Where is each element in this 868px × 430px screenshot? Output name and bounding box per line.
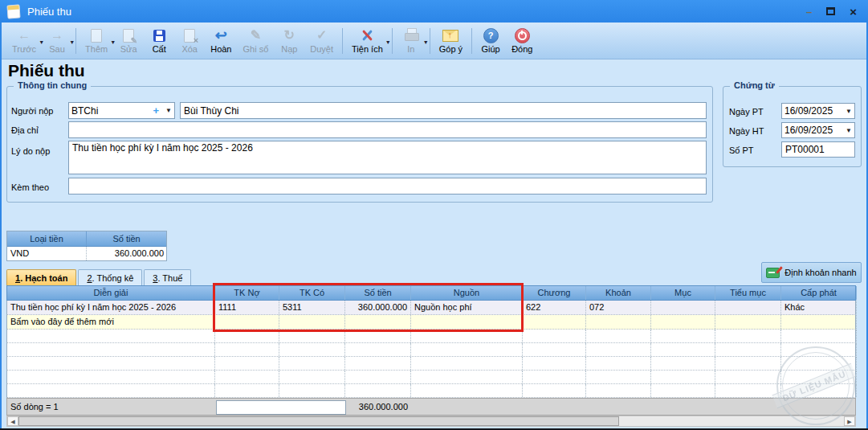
dropdown-caret-icon[interactable]: ▼ bbox=[69, 39, 75, 45]
reason-field[interactable]: Thu tiền học phí kỳ I năm học 2025 - 202… bbox=[68, 141, 707, 174]
reload-button[interactable]: ↻Nạp bbox=[274, 24, 304, 58]
titlebar: Phiếu thu – × bbox=[0, 0, 868, 23]
grid-cell bbox=[411, 357, 523, 370]
grid-column-header[interactable]: Mục bbox=[651, 286, 715, 300]
grid-column-header[interactable]: Chương bbox=[523, 286, 586, 300]
grid-column-header[interactable]: Tiểu mục bbox=[715, 286, 781, 300]
scroll-left-icon[interactable]: ◀ bbox=[7, 416, 18, 426]
footer-total-amount: 360.000.000 bbox=[345, 399, 411, 415]
grid-cell bbox=[715, 330, 781, 342]
undo-button[interactable]: ↩Hoàn bbox=[205, 24, 237, 58]
add-payer-icon[interactable]: + bbox=[153, 104, 159, 117]
print-button[interactable]: In▼ bbox=[396, 24, 426, 58]
grid-cell bbox=[345, 315, 411, 329]
payer-name-field[interactable] bbox=[180, 102, 707, 119]
delete-button[interactable]: ×Xóa bbox=[174, 24, 205, 58]
grid-cell: 1111 bbox=[215, 301, 279, 314]
currency-amount-value: 360.000.000 bbox=[87, 247, 166, 260]
doc-number-field[interactable] bbox=[781, 141, 855, 158]
date-ht-picker[interactable]: 16/09/2025 ▼ bbox=[781, 122, 855, 138]
grid-empty-row[interactable] bbox=[6, 357, 856, 371]
grid-cell bbox=[781, 315, 857, 329]
grid-row-entry[interactable]: Thu tiền học phí kỳ I năm học 2025 - 202… bbox=[6, 301, 856, 315]
scrollbar-thumb[interactable] bbox=[18, 416, 619, 426]
date-pt-picker[interactable]: 16/09/2025 ▼ bbox=[781, 103, 855, 119]
grid-column-header[interactable]: TK Có bbox=[279, 286, 345, 300]
grid-column-header[interactable]: Số tiền bbox=[345, 286, 411, 300]
save-button[interactable]: Cất bbox=[144, 24, 174, 58]
scroll-right-icon[interactable]: ▶ bbox=[844, 416, 855, 426]
tab-thong-ke[interactable]: 2. Thống kê bbox=[78, 269, 142, 285]
grid-cell: 360.000.000 bbox=[345, 301, 411, 314]
add-button[interactable]: Thêm▼ bbox=[79, 24, 113, 58]
forward-button[interactable]: →Sau▼ bbox=[42, 24, 72, 58]
grid-cell bbox=[345, 343, 411, 356]
tab-thue[interactable]: 3. Thuế bbox=[144, 269, 191, 285]
footer-blank-cell bbox=[216, 400, 346, 415]
chevron-down-icon[interactable]: ▼ bbox=[165, 107, 172, 114]
grid-cell bbox=[411, 315, 523, 329]
help-icon: ? bbox=[481, 27, 500, 43]
grid-cell bbox=[279, 330, 345, 342]
feedback-button[interactable]: ↑Góp ý bbox=[434, 24, 468, 58]
grid-row-add-new[interactable]: Bấm vào đây để thêm mới bbox=[6, 315, 856, 330]
grid-header-row: Diễn giảiTK NợTK CóSố tiềnNguồnChươngKho… bbox=[6, 285, 856, 301]
grid-cell bbox=[523, 343, 586, 356]
grid-cell bbox=[586, 343, 651, 356]
edit-button[interactable]: ✎Sửa bbox=[113, 24, 144, 58]
grid-column-header[interactable]: Nguồn bbox=[411, 286, 523, 300]
payer-code-combobox[interactable]: BTChi + ▼ bbox=[68, 102, 175, 119]
grid-cell bbox=[279, 384, 345, 397]
doc-number-label: Số PT bbox=[729, 145, 754, 155]
window-controls: – × bbox=[806, 6, 857, 17]
grid: Diễn giảiTK NợTK CóSố tiềnNguồnChươngKho… bbox=[6, 285, 856, 398]
grid-column-header[interactable]: TK Nợ bbox=[215, 286, 279, 300]
payer-code-value: BTChi bbox=[71, 105, 153, 117]
grid-cell bbox=[523, 315, 586, 329]
grid-cell bbox=[215, 357, 279, 370]
date-ht-value: 16/09/2025 bbox=[784, 125, 846, 136]
currency-type-value: VND bbox=[7, 247, 87, 260]
dropdown-caret-icon[interactable]: ▼ bbox=[385, 39, 391, 45]
address-field[interactable] bbox=[68, 121, 707, 138]
dropdown-caret-icon[interactable]: ▼ bbox=[423, 39, 429, 45]
close-window-button[interactable]: × bbox=[850, 6, 857, 17]
grid-cell bbox=[586, 315, 651, 329]
grid-column-header[interactable]: Cấp phát bbox=[781, 286, 857, 300]
grid-cell bbox=[651, 343, 715, 356]
pencil-icon: ✎ bbox=[246, 27, 265, 43]
window-border-left bbox=[0, 23, 2, 428]
back-button[interactable]: ←Trước▼ bbox=[6, 24, 42, 58]
floppy-icon bbox=[149, 27, 169, 43]
currency-table-header: Loại tiền Số tiền bbox=[7, 231, 166, 247]
chevron-down-icon[interactable]: ▼ bbox=[846, 108, 852, 115]
close-button[interactable]: Đóng bbox=[506, 24, 538, 58]
post-button[interactable]: ✎Ghi sổ bbox=[237, 24, 274, 58]
grid-cell bbox=[523, 371, 586, 383]
grid-cell bbox=[781, 384, 857, 397]
grid-column-header[interactable]: Khoản bbox=[586, 286, 651, 300]
arrow-left-icon: ← bbox=[14, 27, 34, 43]
grid-cell bbox=[586, 357, 651, 370]
app-icon bbox=[6, 4, 20, 18]
approve-button[interactable]: ✓Duyệt bbox=[304, 24, 339, 58]
grid-cell bbox=[345, 330, 411, 342]
grid-cell bbox=[279, 343, 345, 356]
grid-column-header[interactable]: Diễn giải bbox=[7, 286, 215, 300]
grid-empty-row[interactable] bbox=[6, 330, 856, 343]
horizontal-scrollbar[interactable]: ◀ ▶ bbox=[6, 416, 856, 427]
minimize-button[interactable]: – bbox=[806, 6, 812, 17]
grid-cell bbox=[345, 384, 411, 397]
maximize-button[interactable] bbox=[826, 7, 835, 15]
tab-hach-toan[interactable]: 1. Hạch toán bbox=[6, 269, 76, 285]
grid-empty-row[interactable] bbox=[6, 371, 856, 384]
grid-empty-row[interactable] bbox=[6, 384, 856, 398]
grid-empty-row[interactable] bbox=[6, 343, 856, 357]
currency-row[interactable]: VND 360.000.000 bbox=[7, 247, 166, 260]
attachment-field[interactable] bbox=[68, 178, 707, 195]
quick-posting-button[interactable]: Định khoản nhanh bbox=[761, 262, 862, 283]
chevron-down-icon[interactable]: ▼ bbox=[846, 127, 852, 134]
grid-cell bbox=[651, 301, 715, 314]
utilities-button[interactable]: Tiện ích▼ bbox=[346, 24, 389, 58]
help-button[interactable]: ?Giúp bbox=[475, 24, 506, 58]
